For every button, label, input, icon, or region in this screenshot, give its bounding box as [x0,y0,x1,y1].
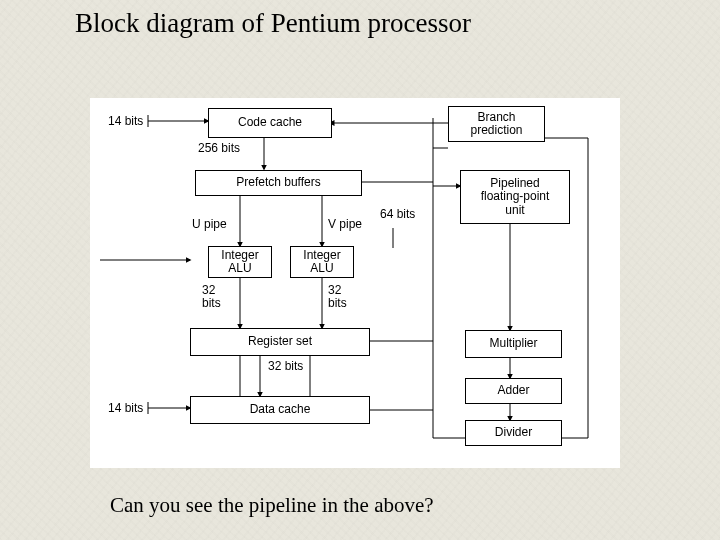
slide: Block diagram of Pentium processor Can y… [0,0,720,540]
label-14bits-top: 14 bits [108,115,143,128]
block-label: Multiplier [489,337,537,350]
block-label: Integer ALU [303,249,340,275]
block-label: Pipelined floating-point unit [481,177,550,217]
page-title: Block diagram of Pentium processor [75,8,471,39]
block-label: Register set [248,335,312,348]
label-vpipe: V pipe [328,218,362,231]
label-upipe: U pipe [192,218,227,231]
block-multiplier: Multiplier [465,330,562,358]
block-label: Branch prediction [470,111,522,137]
label-32bits-left: 32 bits [202,284,221,309]
block-integer-alu-u: Integer ALU [208,246,272,278]
block-prefetch-buffers: Prefetch buffers [195,170,362,196]
block-label: Adder [497,384,529,397]
block-label: Code cache [238,116,302,129]
block-label: Data cache [250,403,311,416]
block-label: Prefetch buffers [236,176,321,189]
label-14bits-bottom: 14 bits [108,402,143,415]
block-label: Integer ALU [221,249,258,275]
label-64bits: 64 bits [380,208,415,221]
label-32bits-right: 32 bits [328,284,347,309]
block-fpu: Pipelined floating-point unit [460,170,570,224]
label-256bits: 256 bits [198,142,240,155]
caption: Can you see the pipeline in the above? [110,493,434,518]
block-data-cache: Data cache [190,396,370,424]
block-adder: Adder [465,378,562,404]
block-diagram: Code cache Branch prediction Prefetch bu… [90,98,620,468]
block-code-cache: Code cache [208,108,332,138]
block-integer-alu-v: Integer ALU [290,246,354,278]
block-label: Divider [495,426,532,439]
block-divider: Divider [465,420,562,446]
block-register-set: Register set [190,328,370,356]
block-branch-prediction: Branch prediction [448,106,545,142]
label-32bits-bottom: 32 bits [268,360,303,373]
